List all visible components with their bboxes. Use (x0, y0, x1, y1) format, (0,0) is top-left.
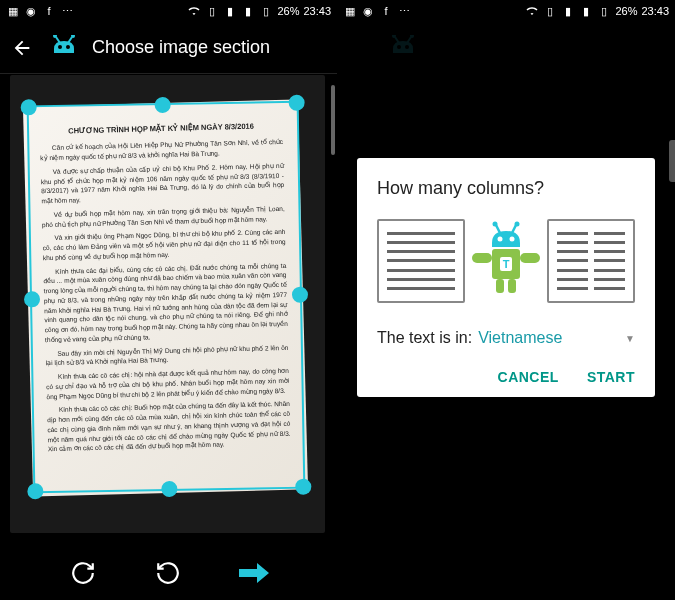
svg-marker-6 (239, 563, 269, 583)
language-row: The text is in: Vietnamese ▼ (377, 329, 635, 347)
image-icon: ▦ (6, 4, 20, 18)
column-options: T (377, 219, 635, 303)
bottom-toolbar (0, 545, 337, 600)
rotate-left-button[interactable] (152, 557, 184, 589)
signal-icon-2: ▮ (241, 4, 255, 18)
doc-paragraph: Kính thưa các cô các chị: hội nhà đạt đư… (46, 366, 290, 402)
svg-point-4 (58, 45, 62, 49)
status-time: 23:43 (303, 5, 331, 17)
svg-rect-22 (472, 253, 492, 263)
svg-rect-24 (496, 279, 504, 293)
svg-point-16 (515, 222, 520, 227)
messenger-icon: ◉ (361, 4, 375, 18)
svg-rect-25 (508, 279, 516, 293)
app-logo-icon (48, 35, 80, 61)
svg-point-17 (498, 237, 503, 242)
edge-swipe-handle[interactable] (669, 140, 675, 182)
more-icon: ⋯ (60, 4, 74, 18)
doc-paragraph: Kính thưa các đại biểu, cùng các cô các … (43, 260, 288, 344)
one-column-option[interactable] (377, 219, 465, 303)
dialog-actions: CANCEL START (377, 369, 635, 385)
battery-icon: ▯ (259, 4, 273, 18)
two-column-option[interactable] (547, 219, 635, 303)
crop-canvas[interactable]: CHƯƠNG TRÌNH HỌP MẶT KỶ NIỆM NGÀY 8/3/20… (10, 75, 325, 533)
svg-point-14 (493, 222, 498, 227)
facebook-icon: f (42, 4, 56, 18)
back-button[interactable] (8, 34, 36, 62)
columns-dialog: How many columns? (357, 158, 655, 397)
signal-icon: ▮ (561, 4, 575, 18)
more-icon: ⋯ (397, 4, 411, 18)
doc-paragraph: Và xin giới thiệu ông Phạm Ngọc Dũng, bí… (42, 227, 286, 263)
document-preview: CHƯƠNG TRÌNH HỌP MẶT KỶ NIỆM NGÀY 8/3/20… (23, 99, 308, 496)
signal-icon: ▮ (223, 4, 237, 18)
facebook-icon: f (379, 4, 393, 18)
battery-percent: 26% (615, 5, 637, 17)
svg-rect-23 (520, 253, 540, 263)
signal-icon-2: ▮ (579, 4, 593, 18)
chevron-down-icon: ▼ (625, 333, 635, 344)
start-button[interactable]: START (587, 369, 635, 385)
status-bar: ▦ ◉ f ⋯ ▯ ▮ ▮ ▯ 26% 23:43 (0, 0, 337, 22)
doc-paragraph: Kính thưa các cô các chị: Buổi họp mặt c… (47, 399, 291, 454)
cancel-button[interactable]: CANCEL (498, 369, 559, 385)
doc-title: CHƯƠNG TRÌNH HỌP MẶT KỶ NIỆM NGÀY 8/3/20… (39, 120, 282, 138)
svg-text:T: T (503, 258, 510, 270)
svg-line-13 (496, 225, 500, 233)
page-title: Choose image section (92, 37, 270, 58)
language-value: Vietnamese (478, 329, 562, 347)
doc-paragraph: Về dự buổi họp mặt hôm nay, xin trân trọ… (42, 204, 285, 230)
svg-line-15 (512, 225, 516, 233)
app-header: Choose image section (0, 22, 337, 74)
wifi-icon (187, 4, 201, 18)
svg-point-18 (510, 237, 515, 242)
svg-point-5 (66, 45, 70, 49)
doc-paragraph: Căn cứ kế hoạch của Hội Liên Hiệp Phụ Nữ… (40, 137, 283, 163)
language-dropdown[interactable]: Vietnamese ▼ (478, 329, 635, 347)
rotate-right-button[interactable] (67, 557, 99, 589)
doc-paragraph: Sau đây xin mời chị Nguyễn Thị Mỹ Dung c… (45, 342, 288, 368)
sim-icon: ▯ (205, 4, 219, 18)
image-icon: ▦ (343, 4, 357, 18)
confirm-button[interactable] (238, 557, 270, 589)
sim-icon: ▯ (543, 4, 557, 18)
battery-percent: 26% (277, 5, 299, 17)
messenger-icon: ◉ (24, 4, 38, 18)
scrollbar[interactable] (331, 85, 335, 155)
wifi-icon (525, 4, 539, 18)
robot-mascot-icon: T (472, 219, 540, 303)
language-prefix: The text is in: (377, 329, 472, 347)
battery-icon: ▯ (597, 4, 611, 18)
status-time: 23:43 (641, 5, 669, 17)
dialog-title: How many columns? (377, 178, 635, 199)
doc-paragraph: Và được sự chấp thuận của cấp uỷ chi bộ … (41, 161, 285, 206)
status-bar: ▦ ◉ f ⋯ ▯ ▮ ▮ ▯ 26% 23:43 (337, 0, 675, 22)
